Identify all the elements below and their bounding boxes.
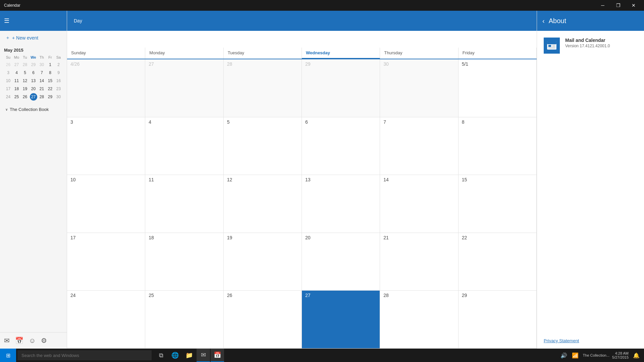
start-button[interactable]: ⊞ — [0, 349, 16, 362]
cal-cell[interactable]: 3 — [67, 117, 145, 175]
mini-cal-week-5: 24 25 26 27 28 29 30 — [4, 93, 63, 101]
mini-cal-day[interactable]: 22 — [47, 85, 54, 93]
cal-cell[interactable]: 21 — [380, 233, 458, 291]
mini-cal-day[interactable]: 29 — [30, 61, 37, 68]
cal-cell[interactable]: 24 — [67, 291, 145, 348]
mini-cal-day[interactable]: 6 — [30, 69, 37, 76]
cal-cell[interactable]: 30 — [380, 59, 458, 117]
mini-cal-day[interactable]: 16 — [55, 77, 62, 84]
mini-cal-day[interactable]: 23 — [55, 85, 62, 93]
cal-cell[interactable]: 8 — [459, 117, 537, 175]
mini-cal-day[interactable]: 8 — [47, 69, 54, 76]
mini-cal-day[interactable]: 2 — [55, 61, 62, 68]
cal-cell[interactable]: 26 — [224, 291, 302, 348]
cal-cell[interactable]: 11 — [145, 175, 223, 233]
cal-cell[interactable]: 10 — [67, 175, 145, 233]
cal-cell[interactable]: 7 — [380, 117, 458, 175]
collection-item[interactable]: ∨ The Collection Book — [0, 104, 67, 115]
cal-cell[interactable]: 14 — [380, 175, 458, 233]
mini-cal-day[interactable]: 1 — [47, 61, 54, 68]
mini-cal-day[interactable]: 11 — [13, 77, 20, 84]
network-icon[interactable]: 🔊 — [559, 349, 569, 362]
mini-cal-day[interactable]: 9 — [55, 69, 62, 76]
mini-cal-title: May 2015 — [4, 48, 63, 53]
settings-icon[interactable]: ⚙ — [41, 337, 47, 345]
cal-cell[interactable]: 20 — [302, 233, 380, 291]
system-tray-label: The Collection... — [583, 353, 609, 357]
mini-cal-day[interactable]: 13 — [30, 77, 37, 84]
cal-cell[interactable]: 28 — [224, 59, 302, 117]
cal-cell[interactable]: 6 — [302, 117, 380, 175]
mini-cal-day[interactable]: 10 — [5, 77, 12, 84]
calendar-taskbar-icon[interactable]: 📅 — [211, 349, 224, 362]
task-view-button[interactable]: ⧉ — [154, 349, 168, 362]
mini-cal-day[interactable]: 15 — [47, 77, 54, 84]
mini-cal-day[interactable]: 29 — [47, 93, 54, 101]
mini-cal-week-2: 3 4 5 6 7 8 9 — [4, 69, 63, 77]
cal-cell[interactable]: 25 — [145, 291, 223, 348]
mini-cal-day[interactable]: 28 — [21, 61, 29, 68]
mini-cal-day[interactable]: 24 — [5, 93, 12, 101]
mini-cal-day[interactable]: 25 — [13, 93, 20, 101]
new-event-button[interactable]: ＋ + New event — [0, 31, 67, 45]
cal-cell[interactable]: 29 — [459, 291, 537, 348]
close-button[interactable]: ✕ — [626, 0, 641, 11]
cal-cell[interactable]: 4 — [145, 117, 223, 175]
mail-taskbar-icon[interactable]: ✉ — [197, 349, 210, 362]
header-friday: Friday — [459, 48, 537, 59]
emoji-icon[interactable]: ☺ — [29, 337, 36, 345]
mini-cal-day[interactable]: 4 — [13, 69, 20, 76]
notification-icon[interactable]: 🔔 — [631, 349, 641, 362]
back-button[interactable]: ‹ — [542, 17, 545, 25]
cal-cell[interactable]: 12 — [224, 175, 302, 233]
cal-week-2: 3 4 5 6 7 8 — [67, 117, 537, 175]
mail-icon[interactable]: ✉ — [4, 337, 10, 345]
cal-cell[interactable]: 17 — [67, 233, 145, 291]
privacy-link[interactable]: Privacy Statement — [537, 333, 644, 349]
mini-cal-day[interactable]: 19 — [21, 85, 29, 93]
cal-cell[interactable]: 29 — [302, 59, 380, 117]
cal-cell[interactable]: 5/1 — [459, 59, 537, 117]
mini-cal-day[interactable]: 21 — [38, 85, 46, 93]
cal-cell[interactable]: 22 — [459, 233, 537, 291]
mini-cal-day[interactable]: 26 — [21, 93, 29, 101]
volume-icon[interactable]: 📶 — [570, 349, 580, 362]
hamburger-icon[interactable]: ☰ — [4, 17, 9, 24]
cal-cell[interactable]: 19 — [224, 233, 302, 291]
svg-rect-2 — [548, 45, 551, 47]
explorer-icon[interactable]: 📁 — [182, 349, 196, 362]
minimize-button[interactable]: ─ — [595, 0, 610, 11]
mini-cal-day[interactable]: 26 — [5, 61, 12, 68]
mini-cal-day[interactable]: 14 — [38, 77, 46, 84]
taskbar: ⊞ ⧉ 🌐 📁 ✉ 📅 🔊 📶 The Collection... 4:28 A… — [0, 349, 644, 362]
window-controls: ─ ❐ ✕ — [595, 0, 641, 11]
mini-cal-day[interactable]: 28 — [38, 93, 46, 101]
mini-cal-day[interactable]: 18 — [13, 85, 20, 93]
cal-cell[interactable]: 18 — [145, 233, 223, 291]
cal-cell[interactable]: 5 — [224, 117, 302, 175]
view-label: Day — [74, 18, 82, 23]
cal-cell-today[interactable]: 27 — [302, 291, 380, 348]
mini-cal-day[interactable]: 20 — [30, 85, 37, 93]
mini-cal-day[interactable]: 3 — [5, 69, 12, 76]
mini-cal-day[interactable]: 27 — [13, 61, 20, 68]
mini-cal-day[interactable]: 12 — [21, 77, 29, 84]
taskbar-clock[interactable]: 4:28 AM 5/27/2015 — [612, 351, 629, 359]
cal-cell[interactable]: 27 — [145, 59, 223, 117]
header-monday: Monday — [145, 48, 223, 59]
cal-cell[interactable]: 15 — [459, 175, 537, 233]
mini-cal-day[interactable]: 30 — [38, 61, 46, 68]
calendar-icon[interactable]: 📅 — [15, 337, 23, 345]
mini-cal-day[interactable]: 30 — [55, 93, 62, 101]
restore-button[interactable]: ❐ — [610, 0, 626, 11]
cal-cell[interactable]: 28 — [380, 291, 458, 348]
cal-cell[interactable]: 4/26 — [67, 59, 145, 117]
taskbar-search[interactable] — [17, 350, 152, 360]
mini-cal-day[interactable]: 7 — [38, 69, 46, 76]
mini-cal-day-today[interactable]: 27 — [30, 93, 37, 101]
edge-icon[interactable]: 🌐 — [168, 349, 182, 362]
calendar-grid: Sunday Monday Tuesday Wednesday Thursday… — [67, 48, 537, 349]
mini-cal-day[interactable]: 5 — [21, 69, 29, 76]
cal-cell[interactable]: 13 — [302, 175, 380, 233]
mini-cal-day[interactable]: 17 — [5, 85, 12, 93]
